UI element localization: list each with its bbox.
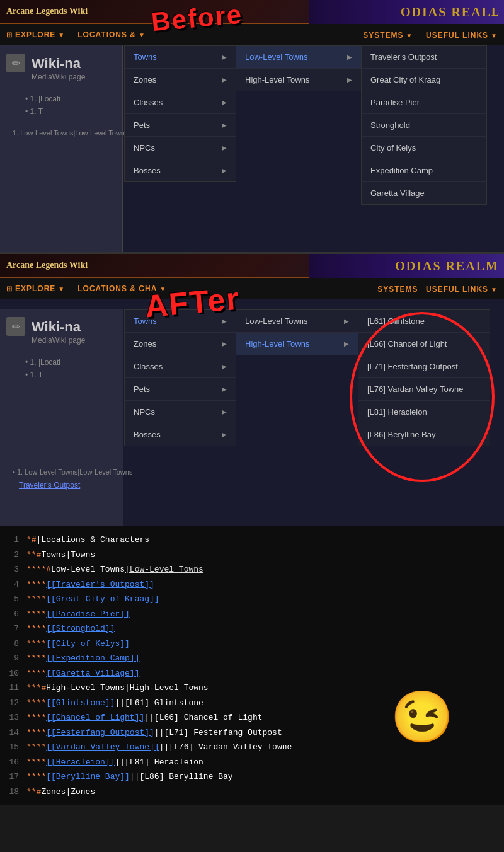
code-line-9: 9 ****[[Expedition Camp]] — [0, 651, 504, 666]
dropdown-level1-after: Towns ▶ Zones ▶ Classes ▶ Pets ▶ NPCs ▶ … — [124, 309, 236, 446]
nav-right-after: SYSTEMS USEFUL LINKS ▼ — [377, 283, 498, 294]
menu-garetta-village-before[interactable]: Garetta Village — [362, 182, 486, 204]
wiki-page-title-after: Wiki-na — [32, 319, 81, 335]
menu-zones-before[interactable]: Zones ▶ — [125, 69, 236, 91]
nav-useful-after[interactable]: USEFUL LINKS ▼ — [426, 285, 498, 294]
arrow-icon: ▶ — [222, 386, 227, 393]
wiki-bullet-after2: • 1. T — [25, 371, 43, 379]
code-line-10: 10 ****[[Garetta Village]] — [0, 666, 504, 681]
wiki-page-icon-after: ✏ — [6, 317, 25, 336]
menu-low-level-towns-before[interactable]: Low-Level Towns ▶ — [236, 46, 361, 69]
code-line-16: 16 ****[[Heracleion]]||[L81] Heracleion — [0, 755, 504, 770]
arrow-icon: ▶ — [222, 340, 227, 347]
godias-ll: L — [491, 6, 499, 19]
menu-pets-after[interactable]: Pets ▶ — [125, 378, 236, 401]
nav-explore-before[interactable]: ⊞ EXPLORE ▼ — [6, 30, 65, 39]
wiki-bullet-after1: • 1. |Locati — [25, 358, 60, 367]
nav-bar-before: ⊞ EXPLORE ▼ LOCATIONS & ▼ SYSTEMS ▼ USEF… — [0, 24, 504, 45]
arrow-icon: ▶ — [222, 431, 227, 438]
wiki-breadcrumb-bottom: • 1. Low-Level Towns|Low-Level Towns — [13, 468, 132, 476]
nav-useful-links-before[interactable]: USEFUL LINKS ▼ — [426, 31, 498, 40]
code-line-12: 12 ****[[Glintstone]]||[L61] Glintstone … — [0, 696, 504, 711]
dropdown-level1-before: Towns ▶ Zones ▶ Classes ▶ Pets ▶ NPCs ▶ … — [124, 45, 236, 182]
arrow-icon: ▶ — [222, 54, 227, 60]
menu-bosses-after[interactable]: Bosses ▶ — [125, 423, 236, 446]
menu-glintstone[interactable]: [L61] Glintstone — [358, 310, 490, 333]
wiki-page-subtitle-after: MediaWiki page — [32, 336, 85, 345]
menu-berylline-bay[interactable]: [L86] Berylline Bay — [358, 423, 490, 446]
wiki-header-after: Arcane Legends Wiki ODIAS REALM — [0, 254, 504, 278]
dropdown-level2-before: Low-Level Towns ▶ High-Level Towns ▶ — [236, 45, 362, 91]
nav-explore-after[interactable]: ⊞ EXPLORE ▼ — [6, 284, 65, 293]
menu-bosses-before[interactable]: Bosses ▶ — [125, 159, 236, 181]
wiki-bullet-1-before: • 1. |Locati — [25, 95, 60, 103]
wiki-page-icon-before: ✏ — [6, 54, 25, 72]
godias-text-after: ODIAS REALM — [395, 259, 499, 273]
wiki-header-before: Arcane Legends Wiki ODIAS REAL L — [0, 0, 504, 24]
godias-text-before: ODIAS REAL — [401, 5, 491, 20]
menu-travelers-outpost-before[interactable]: Traveler's Outpost — [362, 46, 486, 69]
arrow-icon: ▶ — [344, 340, 349, 347]
arrow-icon: ▶ — [344, 318, 349, 325]
arrow-icon: ▶ — [222, 122, 227, 129]
code-line-5: 5 ****[[Great City of Kraag]] — [0, 592, 504, 607]
menu-festerfang-outpost[interactable]: [L71] Festerfang Outpost — [358, 355, 490, 378]
code-line-1: 1 *#|Locations & Characters — [0, 532, 504, 548]
nav-bar-after: ⊞ EXPLORE ▼ LOCATIONS & CHA ▼ SYSTEMS US… — [0, 278, 504, 299]
code-line-6: 6 ****[[Paradise Pier]] — [0, 607, 504, 622]
menu-high-level-towns-before[interactable]: High-Level Towns ▶ — [236, 69, 361, 91]
wink-emoji: 😉 — [391, 696, 454, 746]
arrow-icon: ▶ — [222, 408, 227, 415]
godias-header-after: ODIAS REALM — [309, 254, 504, 278]
menu-stronghold-before[interactable]: Stronghold — [362, 114, 486, 137]
nav-systems-before[interactable]: SYSTEMS ▼ — [363, 31, 413, 40]
code-line-18: 18 **#Zones|Zones — [0, 785, 504, 800]
menu-great-city-kraag-before[interactable]: Great City of Kraag — [362, 69, 486, 91]
wiki-breadcrumb-before: 1. Low-Level Towns|Low-Level Towns — [13, 129, 128, 137]
menu-npcs-after[interactable]: NPCs ▶ — [125, 401, 236, 423]
menu-classes-before[interactable]: Classes ▶ — [125, 91, 236, 114]
menu-paradise-pier-before[interactable]: Paradise Pier — [362, 91, 486, 114]
wiki-page-title-before: Wiki-na — [32, 55, 81, 72]
dropdown-level3-after: [L61] Glintstone [L66] Chancel of Light … — [358, 309, 490, 446]
menu-pets-before[interactable]: Pets ▶ — [125, 114, 236, 137]
arrow-icon: ▶ — [222, 99, 227, 106]
godias-header-before: ODIAS REAL L — [309, 0, 504, 24]
code-line-3: 3 ****#Low-Level Towns|Low-Level Towns — [0, 562, 504, 577]
wiki-title-after: Arcane Legends Wiki — [6, 260, 88, 270]
arrow-icon: ▶ — [222, 363, 227, 370]
arrow-icon: ▶ — [222, 76, 227, 83]
arrow-icon: ▶ — [222, 144, 227, 151]
wiki-page-subtitle-before: MediaWiki page — [32, 72, 85, 81]
menu-low-level-towns-after[interactable]: Low-Level Towns ▶ — [236, 310, 358, 333]
arrow-icon: ▶ — [347, 54, 352, 60]
code-line-8: 8 ****[[City of Kelys]] — [0, 636, 504, 652]
wiki-bullet-2-before: • 1. T — [25, 107, 43, 116]
wiki-title-before: Arcane Legends Wiki — [6, 6, 88, 16]
menu-high-level-towns-after[interactable]: High-Level Towns ▶ — [236, 333, 358, 355]
menu-heracleion[interactable]: [L81] Heracleion — [358, 401, 490, 423]
nav-locations-before[interactable]: LOCATIONS & ▼ — [77, 30, 146, 39]
arrow-icon: ▶ — [347, 76, 352, 83]
menu-npcs-before[interactable]: NPCs ▶ — [125, 137, 236, 159]
before-section: Arcane Legends Wiki ODIAS REAL L ⊞ EXPLO… — [0, 0, 504, 252]
nav-right: SYSTEMS ▼ USEFUL LINKS ▼ — [363, 29, 498, 40]
code-section: 1 *#|Locations & Characters 2 **#Towns|T… — [0, 526, 504, 805]
dropdown-level2-after: Low-Level Towns ▶ High-Level Towns ▶ — [236, 309, 358, 355]
menu-city-kelys-before[interactable]: City of Kelys — [362, 137, 486, 159]
code-line-2: 2 **#Towns|Towns — [0, 548, 504, 563]
after-section: Arcane Legends Wiki ODIAS REALM ⊞ EXPLOR… — [0, 252, 504, 526]
menu-towns-before[interactable]: Towns ▶ — [125, 46, 236, 69]
menu-chancel-of-light[interactable]: [L66] Chancel of Light — [358, 333, 490, 355]
arrow-icon: ▶ — [222, 318, 227, 325]
menu-vardan-valley[interactable]: [L76] Vardan Valley Towne — [358, 378, 490, 401]
code-line-17: 17 ****[[Berylline Bay]]||[L86] Beryllin… — [0, 769, 504, 785]
code-line-4: 4 ****[[Traveler's Outpost]] — [0, 577, 504, 592]
wiki-traveler-link[interactable]: Traveler's Outpost — [19, 481, 80, 490]
nav-systems-after[interactable]: SYSTEMS — [377, 285, 418, 294]
menu-zones-after[interactable]: Zones ▶ — [125, 333, 236, 355]
code-line-7: 7 ****[[Stronghold]] — [0, 621, 504, 636]
arrow-icon: ▶ — [222, 167, 227, 174]
menu-classes-after[interactable]: Classes ▶ — [125, 355, 236, 378]
menu-expedition-camp-before[interactable]: Expedition Camp — [362, 159, 486, 182]
